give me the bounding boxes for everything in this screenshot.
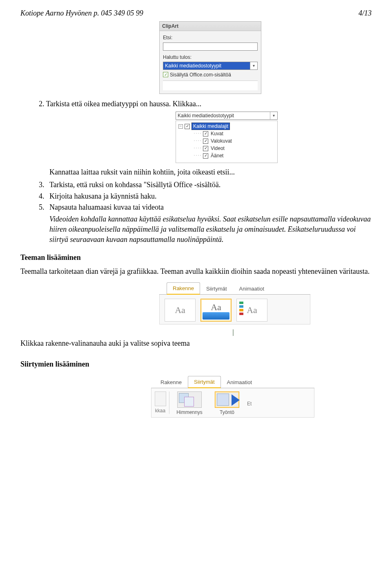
mediatype-selected: Kaikki mediatiedostotyypit [163, 62, 250, 69]
theme-tile[interactable]: Aa [165, 299, 196, 322]
step-3-text: Tarkista, että ruksi on kohdassa "Sisäll… [49, 180, 220, 190]
tab-rakenne[interactable]: Rakenne [167, 282, 200, 295]
etsi-label: Etsi: [163, 34, 258, 41]
tree-item[interactable]: ···· ✓ Äänet [178, 152, 275, 159]
header-left: Kotiope Aarno Hyvönen p. 045 349 05 99 [20, 8, 143, 18]
step-2-num: 2. [39, 100, 45, 108]
heading-siirtymien-lisaaminen: Siirtymien lisääminen [20, 359, 372, 369]
teema-paragraph: Teemalla tarkoitetaan dian värejä ja gra… [20, 266, 372, 277]
cut-label: kkaa [155, 408, 165, 414]
tree-item-label: Äänet [210, 152, 224, 159]
cut-transition-label: kkaa [154, 391, 169, 414]
tree-connector-icon: ···· [193, 131, 201, 136]
tree-item[interactable]: ···· ✓ Videot [178, 145, 275, 152]
checkbox-checked-icon: ✓ [163, 72, 168, 77]
theme-label: Aa [211, 301, 221, 313]
theme-label: Aa [175, 304, 185, 316]
ribbon-tabs: Rakenne Siirtymät Animaatiot [159, 283, 310, 295]
checkbox-checked-icon: ✓ [203, 131, 208, 136]
step-2: 2. Tarkista että oikea mediatyyppi on ha… [39, 99, 372, 109]
checkbox-checked-icon: ✓ [185, 124, 190, 129]
tab-animaatiot[interactable]: Animaatiot [221, 376, 258, 388]
tab-rakenne[interactable]: Rakenne [154, 376, 188, 388]
overflow-label: Et [247, 391, 257, 407]
chevron-down-icon: ▾ [270, 112, 277, 119]
chevron-down-icon: ▾ [250, 62, 257, 69]
step-3-num: 3. [39, 180, 49, 190]
include-office-checkbox[interactable]: ✓ Sisällytä Office.com-sisältöä [163, 72, 258, 78]
checkbox-checked-icon: ✓ [203, 153, 208, 159]
push-icon [215, 391, 239, 408]
heading-teeman-lisaaminen: Teeman lisääminen [20, 253, 372, 262]
theme-color-bars [239, 302, 243, 319]
tab-siirtymat[interactable]: Siirtymät [200, 283, 233, 294]
collapse-icon[interactable]: − [178, 124, 183, 129]
transitions-ribbon: Rakenne Siirtymät Animaatiot kkaa Himmen… [151, 377, 314, 418]
tab-animaatiot[interactable]: Animaatiot [233, 283, 270, 294]
tree-item-label: Videot [210, 145, 225, 152]
clipart-pane: ClipArt Etsi: Haluttu tulos: Kaikki medi… [159, 21, 261, 94]
steps-list: Kannattaa laittaa ruksit vain niihin koh… [39, 167, 372, 212]
checkbox-checked-icon: ✓ [203, 139, 208, 144]
tree-root-label: Kaikki medialajit [192, 123, 230, 130]
step-5-text: Napsauta haluamaasi kuvaa tai videota [49, 202, 164, 212]
search-input[interactable] [163, 42, 258, 51]
tree-connector-icon: ···· [193, 145, 201, 151]
haluttu-tulos-label: Haluttu tulos: [163, 54, 258, 60]
tree-panel: − ✓ Kaikki medialajit ···· ✓ Kuvat ···· … [176, 121, 278, 163]
theme-tile-selected[interactable]: Aa [200, 299, 232, 322]
ribbon2-content: kkaa Himmennys Työntö Et [151, 388, 314, 418]
fade-label: Himmennys [176, 409, 202, 415]
step3-intro: Kannattaa laittaa ruksit vain niihin koh… [49, 167, 372, 177]
page-header: Kotiope Aarno Hyvönen p. 045 349 05 99 4… [20, 8, 372, 18]
step-4-num: 4. [39, 191, 49, 201]
tree-connector-icon: ···· [193, 153, 201, 159]
step-5: 5. Napsauta haluamaasi kuvaa tai videota [39, 202, 372, 212]
step-4-text: Kirjoita hakusana ja käynnistä haku. [49, 191, 156, 201]
tree-item-label: Kuvat [210, 130, 224, 137]
transition-icon[interactable] [155, 391, 166, 406]
tab-siirtymat[interactable]: Siirtymät [188, 376, 221, 388]
tree-item[interactable]: ···· ✓ Kuvat [178, 130, 275, 137]
push-label: Työntö [220, 409, 234, 415]
rakenne-instruction: Klikkaa rakenne-valinanauha auki ja vali… [20, 338, 372, 349]
tree-dropdown-text: Kaikki mediatiedostotyypit [176, 112, 270, 119]
callout-line [233, 329, 234, 336]
results-area [163, 81, 258, 90]
ribbon-content: Aa Aa Aa [159, 295, 310, 324]
clipart-title: ClipArt [160, 22, 261, 31]
transition-fade[interactable]: Himmennys [172, 391, 207, 416]
tree-connector-icon: ···· [193, 138, 201, 144]
transition-push[interactable]: Työntö [209, 391, 245, 416]
video-preview-note: Videoiden kohdalla kannattaa käyttää esi… [49, 214, 372, 245]
tree-dropdown-header[interactable]: Kaikki mediatiedostotyypit ▾ [176, 112, 278, 120]
step-3: 3. Tarkista, että ruksi on kohdassa "Sis… [39, 180, 372, 190]
tree-item[interactable]: ···· ✓ Valokuvat [178, 137, 275, 145]
fade-icon [177, 391, 202, 408]
theme-label: Aa [247, 304, 257, 316]
step-5-num: 5. [39, 202, 49, 212]
tree-root-row[interactable]: − ✓ Kaikki medialajit [178, 123, 275, 130]
mediatype-tree-panel: Kaikki mediatiedostotyypit ▾ − ✓ Kaikki … [176, 112, 278, 163]
tree-item-label: Valokuvat [210, 138, 233, 144]
step-2-text: Tarkista että oikea mediatyyppi on hauss… [46, 100, 202, 108]
checkbox-checked-icon: ✓ [203, 146, 208, 151]
ribbon2-tabs: Rakenne Siirtymät Animaatiot [151, 377, 314, 388]
mediatype-dropdown[interactable]: Kaikki mediatiedostotyypit ▾ [163, 62, 258, 70]
include-office-label: Sisällytä Office.com-sisältöä [170, 72, 231, 78]
header-right: 4/13 [359, 8, 372, 18]
theme-tile[interactable]: Aa [236, 299, 267, 322]
step-4: 4. Kirjoita hakusana ja käynnistä haku. [39, 191, 372, 201]
design-ribbon: Rakenne Siirtymät Animaatiot Aa Aa Aa [159, 283, 310, 324]
